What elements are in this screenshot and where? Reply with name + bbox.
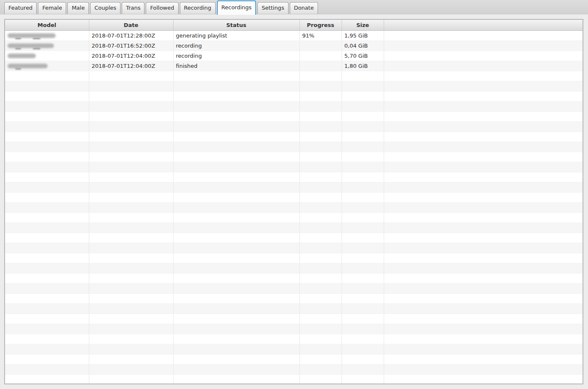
empty-cell — [5, 71, 89, 81]
empty-row[interactable] — [5, 212, 583, 223]
empty-row[interactable] — [5, 263, 583, 273]
tab-followed[interactable]: Followed — [146, 2, 178, 14]
empty-cell — [299, 192, 342, 202]
empty-row[interactable] — [5, 101, 583, 111]
tab-settings[interactable]: Settings — [257, 2, 288, 14]
empty-row[interactable] — [5, 324, 583, 334]
empty-row[interactable] — [5, 162, 583, 172]
empty-cell — [5, 91, 89, 101]
empty-cell — [342, 354, 384, 364]
empty-row[interactable] — [5, 354, 583, 364]
empty-row[interactable] — [5, 344, 583, 354]
empty-row[interactable] — [5, 121, 583, 131]
empty-cell — [299, 182, 342, 192]
column-header-model[interactable]: Model — [5, 20, 89, 30]
empty-cell — [89, 71, 173, 81]
column-header-date[interactable]: Date — [89, 20, 173, 30]
empty-cell — [89, 121, 173, 131]
empty-row[interactable] — [5, 192, 583, 202]
empty-row[interactable] — [5, 374, 583, 384]
empty-cell — [342, 374, 384, 384]
empty-cell — [384, 192, 583, 202]
blurred-model-name — [8, 33, 56, 38]
empty-cell — [89, 91, 173, 101]
empty-row[interactable] — [5, 111, 583, 121]
empty-cell — [342, 243, 384, 253]
empty-row[interactable] — [5, 283, 583, 293]
empty-cell — [299, 91, 342, 101]
recording-row[interactable]: 2018-07-01T12:04:00Zfinished1,80 GiB — [5, 61, 583, 71]
empty-row[interactable] — [5, 91, 583, 101]
empty-row[interactable] — [5, 182, 583, 192]
empty-cell — [384, 334, 583, 344]
empty-cell — [5, 374, 89, 384]
empty-row[interactable] — [5, 243, 583, 253]
empty-cell — [173, 354, 299, 364]
empty-row[interactable] — [5, 172, 583, 182]
empty-cell — [342, 142, 384, 152]
empty-cell — [173, 283, 299, 293]
empty-cell — [342, 81, 384, 91]
tab-female[interactable]: Female — [38, 2, 66, 14]
column-header-extra[interactable] — [384, 20, 583, 30]
tab-recordings[interactable]: Recordings — [217, 0, 257, 15]
empty-cell — [342, 212, 384, 223]
empty-cell — [89, 192, 173, 202]
empty-cell — [342, 263, 384, 273]
empty-row[interactable] — [5, 364, 583, 374]
empty-row[interactable] — [5, 131, 583, 142]
empty-cell — [173, 142, 299, 152]
empty-row[interactable] — [5, 233, 583, 243]
empty-row[interactable] — [5, 273, 583, 283]
empty-row[interactable] — [5, 293, 583, 303]
empty-row[interactable] — [5, 71, 583, 81]
column-header-size[interactable]: Size — [342, 20, 384, 30]
empty-cell — [5, 233, 89, 243]
tab-couples[interactable]: Couples — [90, 2, 120, 14]
empty-cell — [5, 162, 89, 172]
recording-row[interactable]: 2018-07-01T12:28:00Zgenerating playlist9… — [5, 30, 583, 40]
empty-cell — [299, 121, 342, 131]
empty-row[interactable] — [5, 334, 583, 344]
empty-row[interactable] — [5, 202, 583, 212]
empty-row[interactable] — [5, 223, 583, 233]
empty-cell — [384, 273, 583, 283]
empty-cell — [384, 162, 583, 172]
empty-cell — [384, 91, 583, 101]
empty-row[interactable] — [5, 152, 583, 162]
tab-trans[interactable]: Trans — [122, 2, 144, 14]
empty-row[interactable] — [5, 253, 583, 263]
empty-cell — [342, 121, 384, 131]
tab-male[interactable]: Male — [67, 2, 89, 14]
empty-cell — [384, 243, 583, 253]
column-header-status[interactable]: Status — [173, 20, 299, 30]
empty-cell — [89, 223, 173, 233]
empty-row[interactable] — [5, 303, 583, 314]
empty-cell — [384, 303, 583, 314]
empty-cell — [5, 243, 89, 253]
empty-cell — [342, 303, 384, 314]
empty-cell — [342, 202, 384, 212]
empty-cell — [299, 253, 342, 263]
tab-recording[interactable]: Recording — [180, 2, 216, 14]
recordings-table: ModelDateStatusProgressSize 2018-07-01T1… — [5, 20, 583, 384]
empty-row[interactable] — [5, 81, 583, 91]
empty-cell — [299, 324, 342, 334]
empty-row[interactable] — [5, 314, 583, 324]
empty-cell — [299, 152, 342, 162]
empty-row[interactable] — [5, 142, 583, 152]
empty-cell — [384, 354, 583, 364]
blurred-model-name — [8, 43, 54, 48]
recording-row[interactable]: 2018-07-01T12:04:00Zrecording5,70 GiB — [5, 51, 583, 61]
blurred-model-smudge — [15, 48, 21, 49]
empty-cell — [5, 142, 89, 152]
empty-cell — [384, 364, 583, 374]
tab-featured[interactable]: Featured — [4, 2, 37, 14]
empty-cell — [384, 314, 583, 324]
column-header-progress[interactable]: Progress — [299, 20, 342, 30]
empty-cell — [384, 182, 583, 192]
empty-cell — [5, 303, 89, 314]
size-cell: 1,95 GiB — [342, 30, 384, 40]
recording-row[interactable]: 2018-07-01T16:52:00Zrecording0,04 GiB — [5, 40, 583, 51]
tab-donate[interactable]: Donate — [290, 2, 318, 14]
